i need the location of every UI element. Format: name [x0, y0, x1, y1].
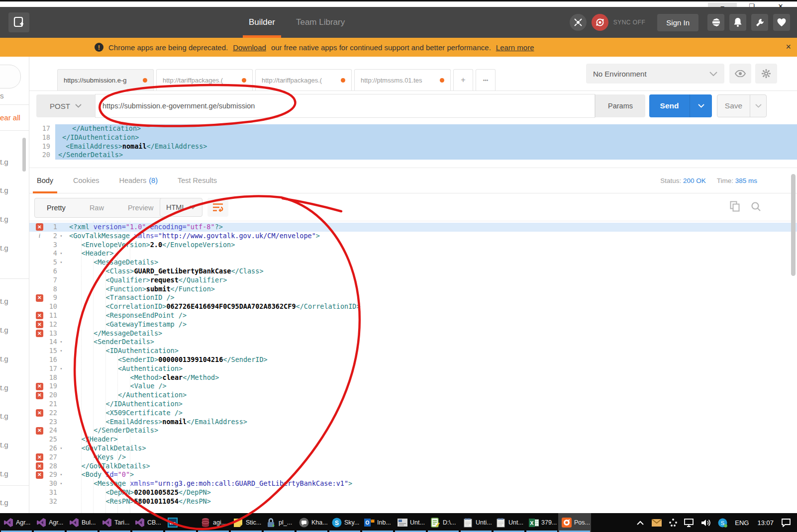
taskbar-app-10[interactable]: SSky... — [328, 513, 361, 532]
notifications-bell-icon[interactable] — [729, 14, 746, 31]
download-link[interactable]: Download — [233, 43, 266, 52]
history-item[interactable]: t.g — [0, 326, 8, 334]
history-item[interactable]: t.g — [0, 158, 8, 166]
taskbar-app-5[interactable]: WS — [164, 513, 197, 532]
sync-icon[interactable] — [592, 14, 608, 31]
tab-builder[interactable]: Builder — [249, 7, 275, 38]
tray-clock[interactable]: 13:07 — [755, 519, 776, 527]
tray-skype-icon[interactable]: S — [716, 517, 728, 529]
send-button[interactable]: Send — [649, 94, 712, 117]
taskbar-app-8[interactable]: pl_... — [263, 513, 296, 532]
tab-team-library[interactable]: Team Library — [296, 7, 345, 38]
url-input[interactable]: https://submission.e-government.ge/submi… — [95, 94, 595, 118]
history-item[interactable]: t.g — [0, 383, 8, 392]
settings-wrench-icon[interactable] — [751, 14, 768, 31]
history-item[interactable]: t.g — [0, 244, 8, 252]
fold-caret-icon[interactable]: ▾ — [58, 479, 64, 488]
error-x-icon[interactable]: ✕ — [36, 383, 43, 390]
fold-caret-icon[interactable]: ▾ — [58, 249, 64, 258]
format-dropdown[interactable]: HTML — [160, 198, 202, 217]
request-tab-3[interactable]: http://ptmssms.01.tes — [354, 69, 451, 90]
taskbar-app-6[interactable]: agi... — [197, 513, 230, 532]
fold-caret-icon[interactable]: ▾ — [58, 470, 64, 479]
taskbar-app-15[interactable]: Unt... — [493, 513, 525, 532]
history-item[interactable]: t.g — [0, 498, 8, 507]
add-tab-button[interactable]: + — [453, 69, 473, 90]
learn-more-link[interactable]: Learn more — [496, 43, 534, 52]
save-button[interactable]: Save — [717, 94, 767, 117]
error-x-icon[interactable]: ✕ — [36, 321, 43, 328]
error-x-icon[interactable]: ✕ — [36, 409, 43, 417]
taskbar-app-1[interactable]: Agr... — [33, 513, 66, 532]
taskbar-app-12[interactable]: Unt... — [394, 513, 427, 532]
globe-icon[interactable] — [707, 14, 724, 31]
error-x-icon[interactable]: ✕ — [36, 312, 43, 319]
clear-all-link[interactable]: ear all — [0, 113, 20, 122]
error-x-icon[interactable]: ✕ — [36, 427, 43, 435]
error-x-icon[interactable]: ✕ — [36, 462, 43, 470]
info-icon[interactable]: i — [36, 232, 43, 241]
tray-network-icon[interactable] — [684, 517, 696, 529]
error-x-icon[interactable]: ✕ — [36, 223, 43, 231]
error-x-icon[interactable]: ✕ — [36, 392, 43, 399]
error-x-icon[interactable]: ✕ — [36, 453, 43, 461]
sidebar-search-pill[interactable] — [0, 65, 21, 89]
history-item[interactable]: t.g — [0, 441, 8, 449]
view-preview-button[interactable]: Preview — [116, 204, 166, 212]
taskbar-app-0[interactable]: Agr... — [0, 513, 33, 532]
request-tab-1[interactable]: http://tariffpackages.( — [156, 69, 253, 90]
history-item[interactable]: t.g — [0, 186, 8, 194]
response-tab-test-results[interactable]: Test Results — [178, 168, 217, 193]
environment-preview-eye-icon[interactable] — [729, 64, 751, 84]
new-window-icon[interactable] — [8, 12, 29, 32]
fold-caret-icon[interactable]: ▾ — [58, 338, 64, 347]
history-item[interactable]: t.g — [0, 469, 8, 478]
search-icon[interactable] — [751, 201, 761, 214]
tray-mail-icon[interactable] — [651, 517, 663, 529]
method-dropdown[interactable]: POST — [36, 102, 95, 110]
taskbar-app-11[interactable]: OInb... — [361, 513, 394, 532]
tray-dots-icon[interactable] — [667, 517, 679, 529]
taskbar-app-9[interactable]: Kha... — [296, 513, 328, 532]
history-item[interactable]: t.g — [0, 355, 8, 363]
taskbar-app-13[interactable]: D:\... — [427, 513, 460, 532]
history-item[interactable]: t.g — [0, 412, 8, 420]
error-x-icon[interactable]: ✕ — [36, 471, 43, 479]
more-tabs-button[interactable]: ••• — [476, 69, 496, 90]
save-options-chevron-icon[interactable] — [750, 95, 766, 117]
environment-selector[interactable]: No Environment — [586, 64, 724, 84]
history-item[interactable]: t.g — [0, 215, 8, 223]
sign-in-button[interactable]: Sign In — [657, 14, 698, 31]
banner-close-icon[interactable]: × — [786, 42, 791, 52]
favorites-heart-icon[interactable] — [773, 14, 790, 31]
taskbar-app-7[interactable]: Stic... — [230, 513, 263, 532]
tray-expand-chevron-icon[interactable] — [634, 517, 646, 529]
page-scrollbar[interactable] — [791, 174, 796, 276]
view-raw-button[interactable]: Raw — [78, 204, 116, 212]
wrap-text-icon[interactable] — [207, 198, 228, 217]
request-tab-0[interactable]: https://submission.e-g — [57, 69, 154, 90]
response-tab-headers[interactable]: Headers(8) — [119, 168, 158, 193]
taskbar-app-2[interactable]: Bul... — [66, 513, 99, 532]
response-tab-cookies[interactable]: Cookies — [73, 168, 99, 193]
send-options-chevron-icon[interactable] — [690, 94, 712, 117]
interceptor-icon[interactable] — [570, 14, 587, 31]
copy-icon[interactable] — [730, 201, 740, 214]
view-pretty-button[interactable]: Pretty — [35, 204, 78, 212]
taskbar-app-16[interactable]: X379... — [525, 513, 558, 532]
request-tab-2[interactable]: http://tariffpackages.( — [255, 69, 352, 90]
error-x-icon[interactable]: ✕ — [36, 294, 43, 302]
params-button[interactable]: Params — [595, 94, 645, 117]
tray-volume-icon[interactable] — [700, 517, 712, 529]
error-x-icon[interactable]: ✕ — [36, 330, 43, 337]
fold-caret-icon[interactable]: ▾ — [58, 258, 64, 267]
taskbar-app-17[interactable]: Pos... — [558, 513, 591, 532]
taskbar-app-14[interactable]: Unti... — [460, 513, 493, 532]
taskbar-app-3[interactable]: Tari... — [99, 513, 131, 532]
fold-caret-icon[interactable]: ▾ — [58, 347, 64, 355]
action-center-icon[interactable] — [780, 517, 792, 529]
fold-caret-icon[interactable]: ▾ — [58, 232, 64, 241]
request-body-editor[interactable]: 17</Authentication>18</IDAuthentication>… — [29, 121, 797, 168]
taskbar-app-4[interactable]: CB... — [131, 513, 164, 532]
tray-language-label[interactable]: ENG — [733, 519, 751, 527]
